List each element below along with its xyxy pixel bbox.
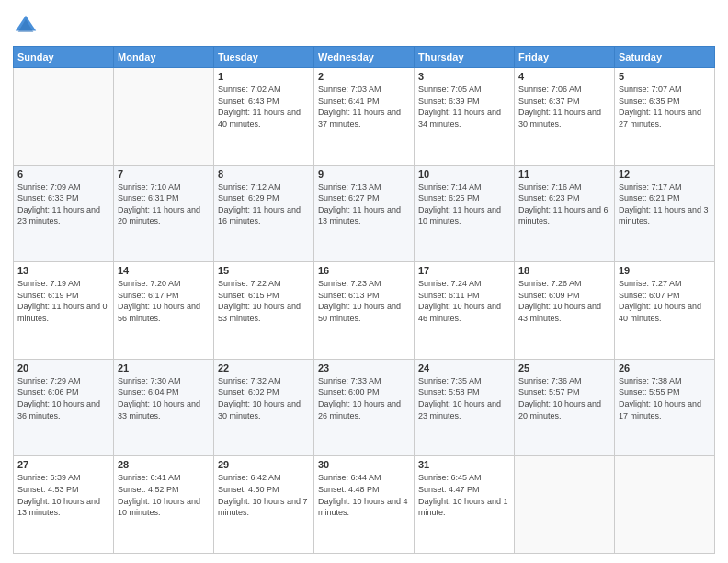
day-number: 15 — [218, 265, 310, 276]
day-number: 20 — [17, 362, 109, 373]
day-info: Sunrise: 6:45 AMSunset: 4:47 PMDaylight:… — [418, 472, 510, 518]
day-number: 21 — [118, 362, 210, 373]
day-info: Sunrise: 7:36 AMSunset: 5:57 PMDaylight:… — [518, 375, 610, 421]
day-number: 22 — [218, 362, 310, 373]
logo-icon — [13, 13, 39, 39]
day-info: Sunrise: 6:42 AMSunset: 4:50 PMDaylight:… — [218, 472, 310, 518]
day-info: Sunrise: 7:12 AMSunset: 6:29 PMDaylight:… — [218, 181, 310, 227]
day-cell: 21Sunrise: 7:30 AMSunset: 6:04 PMDayligh… — [114, 359, 214, 456]
weekday-header-thursday: Thursday — [415, 47, 515, 68]
day-info: Sunrise: 7:22 AMSunset: 6:15 PMDaylight:… — [218, 278, 310, 324]
calendar-table: SundayMondayTuesdayWednesdayThursdayFrid… — [13, 46, 715, 554]
day-info: Sunrise: 7:07 AMSunset: 6:35 PMDaylight:… — [619, 84, 711, 130]
weekday-header-friday: Friday — [515, 47, 615, 68]
weekday-header-saturday: Saturday — [615, 47, 715, 68]
day-number: 6 — [17, 168, 109, 179]
day-cell — [615, 456, 715, 554]
day-number: 8 — [218, 168, 310, 179]
day-info: Sunrise: 7:24 AMSunset: 6:11 PMDaylight:… — [418, 278, 510, 324]
day-cell: 5Sunrise: 7:07 AMSunset: 6:35 PMDaylight… — [615, 68, 715, 166]
day-info: Sunrise: 7:30 AMSunset: 6:04 PMDaylight:… — [118, 375, 210, 421]
day-cell — [114, 68, 214, 166]
day-cell: 22Sunrise: 7:32 AMSunset: 6:02 PMDayligh… — [214, 359, 314, 456]
day-cell: 23Sunrise: 7:33 AMSunset: 6:00 PMDayligh… — [314, 359, 415, 456]
day-info: Sunrise: 7:38 AMSunset: 5:55 PMDaylight:… — [619, 375, 711, 421]
day-info: Sunrise: 7:35 AMSunset: 5:58 PMDaylight:… — [418, 375, 510, 421]
day-number: 4 — [518, 71, 610, 82]
day-number: 31 — [418, 459, 510, 470]
weekday-header-monday: Monday — [114, 47, 214, 68]
day-info: Sunrise: 7:19 AMSunset: 6:19 PMDaylight:… — [17, 278, 109, 324]
day-cell: 28Sunrise: 6:41 AMSunset: 4:52 PMDayligh… — [114, 456, 214, 554]
day-info: Sunrise: 7:17 AMSunset: 6:21 PMDaylight:… — [619, 181, 711, 227]
day-cell: 7Sunrise: 7:10 AMSunset: 6:31 PMDaylight… — [114, 165, 214, 262]
day-number: 19 — [619, 265, 711, 276]
day-cell: 31Sunrise: 6:45 AMSunset: 4:47 PMDayligh… — [415, 456, 515, 554]
day-cell — [14, 68, 114, 166]
day-cell: 24Sunrise: 7:35 AMSunset: 5:58 PMDayligh… — [415, 359, 515, 456]
day-cell: 29Sunrise: 6:42 AMSunset: 4:50 PMDayligh… — [214, 456, 314, 554]
day-number: 14 — [118, 265, 210, 276]
weekday-header-tuesday: Tuesday — [214, 47, 314, 68]
day-cell: 6Sunrise: 7:09 AMSunset: 6:33 PMDaylight… — [14, 165, 114, 262]
day-info: Sunrise: 7:20 AMSunset: 6:17 PMDaylight:… — [118, 278, 210, 324]
week-row-2: 6Sunrise: 7:09 AMSunset: 6:33 PMDaylight… — [14, 165, 715, 262]
day-number: 18 — [518, 265, 610, 276]
weekday-header-row: SundayMondayTuesdayWednesdayThursdayFrid… — [14, 47, 715, 68]
page: SundayMondayTuesdayWednesdayThursdayFrid… — [0, 0, 728, 563]
week-row-1: 1Sunrise: 7:02 AMSunset: 6:43 PMDaylight… — [14, 68, 715, 166]
day-number: 17 — [418, 265, 510, 276]
day-number: 5 — [619, 71, 711, 82]
day-number: 29 — [218, 459, 310, 470]
day-cell: 4Sunrise: 7:06 AMSunset: 6:37 PMDaylight… — [515, 68, 615, 166]
day-cell: 9Sunrise: 7:13 AMSunset: 6:27 PMDaylight… — [314, 165, 415, 262]
day-number: 24 — [418, 362, 510, 373]
day-number: 11 — [518, 168, 610, 179]
week-row-4: 20Sunrise: 7:29 AMSunset: 6:06 PMDayligh… — [14, 359, 715, 456]
day-info: Sunrise: 6:41 AMSunset: 4:52 PMDaylight:… — [118, 472, 210, 518]
day-cell: 3Sunrise: 7:05 AMSunset: 6:39 PMDaylight… — [415, 68, 515, 166]
day-cell: 16Sunrise: 7:23 AMSunset: 6:13 PMDayligh… — [314, 262, 415, 360]
day-number: 9 — [318, 168, 410, 179]
day-cell: 19Sunrise: 7:27 AMSunset: 6:07 PMDayligh… — [615, 262, 715, 360]
day-number: 7 — [118, 168, 210, 179]
day-info: Sunrise: 7:03 AMSunset: 6:41 PMDaylight:… — [318, 84, 410, 130]
day-info: Sunrise: 7:05 AMSunset: 6:39 PMDaylight:… — [418, 84, 510, 130]
day-number: 16 — [318, 265, 410, 276]
day-cell: 20Sunrise: 7:29 AMSunset: 6:06 PMDayligh… — [14, 359, 114, 456]
day-cell: 14Sunrise: 7:20 AMSunset: 6:17 PMDayligh… — [114, 262, 214, 360]
day-cell: 13Sunrise: 7:19 AMSunset: 6:19 PMDayligh… — [14, 262, 114, 360]
day-info: Sunrise: 7:33 AMSunset: 6:00 PMDaylight:… — [318, 375, 410, 421]
day-cell: 2Sunrise: 7:03 AMSunset: 6:41 PMDaylight… — [314, 68, 415, 166]
day-info: Sunrise: 7:09 AMSunset: 6:33 PMDaylight:… — [17, 181, 109, 227]
day-number: 30 — [318, 459, 410, 470]
weekday-header-sunday: Sunday — [14, 47, 114, 68]
day-cell — [515, 456, 615, 554]
day-info: Sunrise: 7:32 AMSunset: 6:02 PMDaylight:… — [218, 375, 310, 421]
day-info: Sunrise: 7:02 AMSunset: 6:43 PMDaylight:… — [218, 84, 310, 130]
day-number: 1 — [218, 71, 310, 82]
day-cell: 12Sunrise: 7:17 AMSunset: 6:21 PMDayligh… — [615, 165, 715, 262]
day-number: 25 — [518, 362, 610, 373]
day-cell: 25Sunrise: 7:36 AMSunset: 5:57 PMDayligh… — [515, 359, 615, 456]
week-row-5: 27Sunrise: 6:39 AMSunset: 4:53 PMDayligh… — [14, 456, 715, 554]
day-number: 2 — [318, 71, 410, 82]
day-cell: 15Sunrise: 7:22 AMSunset: 6:15 PMDayligh… — [214, 262, 314, 360]
day-info: Sunrise: 7:16 AMSunset: 6:23 PMDaylight:… — [518, 181, 610, 227]
day-info: Sunrise: 7:23 AMSunset: 6:13 PMDaylight:… — [318, 278, 410, 324]
header — [13, 9, 715, 39]
day-number: 12 — [619, 168, 711, 179]
day-info: Sunrise: 7:27 AMSunset: 6:07 PMDaylight:… — [619, 278, 711, 324]
day-info: Sunrise: 7:06 AMSunset: 6:37 PMDaylight:… — [518, 84, 610, 130]
day-cell: 17Sunrise: 7:24 AMSunset: 6:11 PMDayligh… — [415, 262, 515, 360]
day-cell: 11Sunrise: 7:16 AMSunset: 6:23 PMDayligh… — [515, 165, 615, 262]
day-cell: 26Sunrise: 7:38 AMSunset: 5:55 PMDayligh… — [615, 359, 715, 456]
day-info: Sunrise: 6:39 AMSunset: 4:53 PMDaylight:… — [17, 472, 109, 518]
day-info: Sunrise: 6:44 AMSunset: 4:48 PMDaylight:… — [318, 472, 410, 518]
day-number: 28 — [118, 459, 210, 470]
day-info: Sunrise: 7:10 AMSunset: 6:31 PMDaylight:… — [118, 181, 210, 227]
day-info: Sunrise: 7:26 AMSunset: 6:09 PMDaylight:… — [518, 278, 610, 324]
day-cell: 27Sunrise: 6:39 AMSunset: 4:53 PMDayligh… — [14, 456, 114, 554]
day-cell: 10Sunrise: 7:14 AMSunset: 6:25 PMDayligh… — [415, 165, 515, 262]
day-cell: 30Sunrise: 6:44 AMSunset: 4:48 PMDayligh… — [314, 456, 415, 554]
